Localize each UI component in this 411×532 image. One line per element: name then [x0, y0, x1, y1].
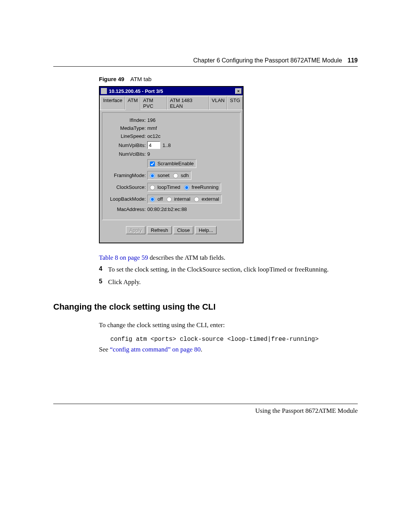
footer-text: Using the Passport 8672ATME Module — [255, 407, 358, 414]
step-text: To set the clock setting, in the ClockSo… — [108, 265, 358, 274]
atm-dialog: 10.125.200.45 - Port 3/5 × Interface ATM… — [99, 86, 244, 243]
loopback-off-radio[interactable] — [150, 197, 155, 202]
loopback-external-radio[interactable] — [194, 197, 199, 202]
config-atm-link[interactable]: “config atm command” on page 80 — [110, 346, 201, 353]
clocksource-looptimed-radio[interactable] — [150, 185, 155, 190]
mac-label: MacAddress: — [105, 206, 147, 212]
apply-button[interactable]: Apply — [126, 226, 145, 234]
numvpibits-label: NumVpiBits: — [105, 142, 147, 148]
button-bar: Apply Refresh Close Help... — [100, 222, 243, 243]
tab-atm-pvc[interactable]: ATM PVC — [140, 96, 167, 110]
clocksource-freerunning-label: freeRunning — [191, 184, 218, 190]
see-line: See “config atm command” on page 80. — [99, 346, 358, 353]
tab-stg[interactable]: STG — [227, 96, 243, 110]
see-prefix: See — [99, 346, 110, 353]
loopback-internal-label: internal — [174, 196, 190, 202]
step-text: Click Apply. — [108, 278, 358, 287]
clocksource-freerunning-radio[interactable] — [184, 185, 189, 190]
mediatype-label: MediaType: — [105, 125, 147, 131]
linespeed-label: LineSpeed: — [105, 133, 147, 139]
table-ref-link[interactable]: Table 8 on page 59 — [99, 254, 148, 261]
tab-vlan[interactable]: VLAN — [209, 96, 227, 110]
page-header: Chapter 6 Configuring the Passport 8672A… — [53, 57, 358, 67]
close-button[interactable]: Close — [174, 226, 193, 234]
loopback-off-label: off — [158, 196, 163, 202]
framingmode-sdh-radio[interactable] — [173, 173, 178, 178]
step-number: 4 — [99, 265, 108, 274]
tab-atm[interactable]: ATM — [125, 96, 140, 110]
framingmode-group: sonet sdh — [147, 171, 191, 180]
window-icon — [101, 88, 107, 94]
numvcibits-value: 9 — [147, 151, 150, 157]
linespeed-value: oc12c — [147, 133, 161, 139]
step-5: 5 Click Apply. — [99, 278, 358, 287]
scramble-checkbox[interactable] — [150, 161, 155, 166]
see-suffix: . — [201, 346, 202, 353]
intro-paragraph: To change the clock setting using the CL… — [99, 321, 358, 330]
scramble-label: ScrambleEnable — [158, 161, 194, 166]
tab-strip: Interface ATM ATM PVC ATM 1483 ELAN VLAN… — [100, 95, 243, 110]
numvcibits-label: NumVciBits: — [105, 151, 147, 157]
numvpibits-hint: 1..8 — [162, 142, 171, 148]
cli-command: config atm <ports> clock-source <loop-ti… — [110, 336, 358, 343]
help-button[interactable]: Help... — [195, 226, 217, 234]
form-panel: IfIndex: 196 MediaType: mmf LineSpeed: o… — [102, 112, 241, 220]
ifindex-label: IfIndex: — [105, 117, 147, 123]
close-icon[interactable]: × — [235, 88, 242, 94]
tab-interface[interactable]: Interface — [100, 96, 125, 110]
ifindex-value: 196 — [147, 117, 156, 123]
mac-value: 00:80:2d:b2:ec:88 — [147, 206, 187, 212]
table-ref-tail: describes the ATM tab fields. — [148, 254, 225, 261]
tab-atm-1483-elan[interactable]: ATM 1483 ELAN — [167, 96, 209, 110]
figure-ref-line: Table 8 on page 59 describes the ATM tab… — [99, 254, 358, 287]
step-list: 4 To set the clock setting, in the Clock… — [99, 265, 358, 287]
refresh-button[interactable]: Refresh — [147, 226, 172, 234]
clocksource-label: ClockSource: — [105, 184, 147, 190]
framingmode-sonet-label: sonet — [158, 173, 170, 178]
figure-caption: Figure 49 ATM tab — [99, 76, 358, 82]
window-title: 10.125.200.45 - Port 3/5 — [109, 88, 235, 94]
chapter-title: Chapter 6 Configuring the Passport 8672A… — [193, 57, 342, 64]
clocksource-looptimed-label: loopTimed — [158, 184, 180, 190]
loopback-group: off internal external — [147, 195, 222, 203]
titlebar: 10.125.200.45 - Port 3/5 × — [100, 87, 243, 95]
step-4: 4 To set the clock setting, in the Clock… — [99, 265, 358, 274]
page-number: 119 — [347, 57, 358, 64]
loopback-external-label: external — [202, 196, 219, 202]
framingmode-sdh-label: sdh — [181, 173, 189, 178]
scramble-group: ScrambleEnable — [147, 159, 196, 168]
numvpibits-input[interactable] — [147, 141, 160, 149]
figure-label: Figure 49 — [99, 76, 124, 82]
mediatype-value: mmf — [147, 125, 157, 131]
framingmode-sonet-radio[interactable] — [150, 173, 155, 178]
clocksource-group: loopTimed freeRunning — [147, 183, 221, 192]
step-number: 5 — [99, 278, 108, 287]
section-heading: Changing the clock setting using the CLI — [53, 302, 358, 312]
figure-title: ATM tab — [131, 76, 152, 82]
loopback-internal-radio[interactable] — [167, 197, 172, 202]
loopback-label: LoopBackMode: — [105, 196, 147, 202]
page-footer: Using the Passport 8672ATME Module — [53, 404, 358, 415]
framingmode-label: FramingMode: — [105, 173, 147, 178]
